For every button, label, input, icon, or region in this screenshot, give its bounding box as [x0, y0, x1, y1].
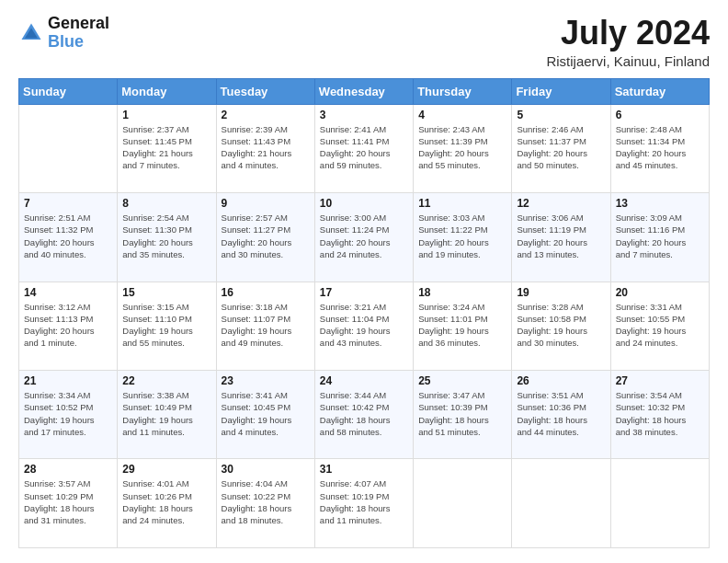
day-info: Sunrise: 3:12 AM Sunset: 11:13 PM Daylig…	[24, 301, 112, 350]
calendar-cell: 4Sunrise: 2:43 AM Sunset: 11:39 PM Dayli…	[414, 104, 512, 192]
calendar-cell: 13Sunrise: 3:09 AM Sunset: 11:16 PM Dayl…	[610, 193, 709, 282]
day-number: 3	[320, 109, 408, 121]
calendar-cell: 23Sunrise: 3:41 AM Sunset: 10:45 PM Dayl…	[216, 371, 314, 459]
day-info: Sunrise: 2:41 AM Sunset: 11:41 PM Daylig…	[320, 123, 408, 172]
calendar-cell: 24Sunrise: 3:44 AM Sunset: 10:42 PM Dayl…	[314, 371, 413, 459]
calendar-cell: 25Sunrise: 3:47 AM Sunset: 10:39 PM Dayl…	[414, 371, 512, 459]
calendar-week-0: 1Sunrise: 2:37 AM Sunset: 11:45 PM Dayli…	[19, 104, 710, 192]
day-info: Sunrise: 3:15 AM Sunset: 11:10 PM Daylig…	[122, 301, 210, 350]
day-number: 7	[24, 197, 112, 210]
calendar-cell: 22Sunrise: 3:38 AM Sunset: 10:49 PM Dayl…	[118, 371, 216, 459]
calendar-cell: 8Sunrise: 2:54 AM Sunset: 11:30 PM Dayli…	[118, 193, 216, 282]
calendar-cell: 17Sunrise: 3:21 AM Sunset: 11:04 PM Dayl…	[314, 282, 413, 370]
calendar-week-3: 21Sunrise: 3:34 AM Sunset: 10:52 PM Dayl…	[19, 371, 710, 459]
day-info: Sunrise: 3:09 AM Sunset: 11:16 PM Daylig…	[616, 212, 704, 260]
day-number: 11	[418, 197, 506, 210]
day-number: 17	[320, 286, 408, 299]
calendar-cell: 9Sunrise: 2:57 AM Sunset: 11:27 PM Dayli…	[216, 193, 314, 282]
header: General Blue July 2024 Ristijaervi, Kain…	[18, 15, 710, 69]
calendar-cell: 14Sunrise: 3:12 AM Sunset: 11:13 PM Dayl…	[19, 282, 118, 370]
day-number: 25	[418, 374, 506, 387]
calendar-cell: 31Sunrise: 4:07 AM Sunset: 10:19 PM Dayl…	[314, 459, 413, 548]
day-info: Sunrise: 3:54 AM Sunset: 10:32 PM Daylig…	[616, 389, 704, 438]
day-info: Sunrise: 3:31 AM Sunset: 10:55 PM Daylig…	[616, 301, 704, 350]
day-number: 10	[320, 197, 408, 210]
title-block: July 2024 Ristijaervi, Kainuu, Finland	[546, 15, 710, 69]
day-number: 18	[418, 286, 506, 299]
day-number: 15	[122, 286, 210, 299]
day-number: 24	[320, 374, 408, 387]
calendar-cell: 27Sunrise: 3:54 AM Sunset: 10:32 PM Dayl…	[610, 371, 709, 459]
calendar-cell: 16Sunrise: 3:18 AM Sunset: 11:07 PM Dayl…	[216, 282, 314, 370]
calendar-table: Sunday Monday Tuesday Wednesday Thursday…	[18, 78, 710, 548]
calendar-cell	[610, 459, 709, 548]
day-info: Sunrise: 3:03 AM Sunset: 11:22 PM Daylig…	[418, 212, 506, 260]
col-thursday: Thursday	[414, 78, 512, 104]
col-saturday: Saturday	[610, 78, 709, 104]
calendar-cell: 12Sunrise: 3:06 AM Sunset: 11:19 PM Dayl…	[512, 193, 610, 282]
day-info: Sunrise: 3:44 AM Sunset: 10:42 PM Daylig…	[320, 389, 408, 438]
calendar-cell: 18Sunrise: 3:24 AM Sunset: 11:01 PM Dayl…	[414, 282, 512, 370]
day-info: Sunrise: 2:39 AM Sunset: 11:43 PM Daylig…	[222, 123, 310, 172]
day-info: Sunrise: 4:01 AM Sunset: 10:26 PM Daylig…	[122, 477, 210, 526]
calendar-cell: 5Sunrise: 2:46 AM Sunset: 11:37 PM Dayli…	[512, 104, 610, 192]
day-info: Sunrise: 3:57 AM Sunset: 10:29 PM Daylig…	[24, 477, 112, 526]
day-info: Sunrise: 2:54 AM Sunset: 11:30 PM Daylig…	[122, 212, 210, 260]
day-info: Sunrise: 2:46 AM Sunset: 11:37 PM Daylig…	[517, 123, 605, 172]
day-info: Sunrise: 3:06 AM Sunset: 11:19 PM Daylig…	[517, 212, 605, 260]
day-number: 27	[616, 374, 704, 387]
day-number: 19	[517, 286, 605, 299]
calendar-cell	[512, 459, 610, 548]
calendar-cell: 2Sunrise: 2:39 AM Sunset: 11:43 PM Dayli…	[216, 104, 314, 192]
day-number: 29	[122, 463, 210, 476]
day-info: Sunrise: 3:47 AM Sunset: 10:39 PM Daylig…	[418, 389, 506, 438]
day-number: 8	[122, 197, 210, 210]
col-wednesday: Wednesday	[314, 78, 413, 104]
calendar-week-1: 7Sunrise: 2:51 AM Sunset: 11:32 PM Dayli…	[19, 193, 710, 282]
main-title: July 2024	[546, 15, 710, 52]
day-number: 5	[517, 109, 605, 121]
calendar-cell: 29Sunrise: 4:01 AM Sunset: 10:26 PM Dayl…	[118, 459, 216, 548]
day-number: 22	[122, 374, 210, 387]
day-info: Sunrise: 2:51 AM Sunset: 11:32 PM Daylig…	[24, 212, 112, 260]
day-number: 23	[222, 374, 310, 387]
day-number: 13	[616, 197, 704, 210]
calendar-cell: 19Sunrise: 3:28 AM Sunset: 10:58 PM Dayl…	[512, 282, 610, 370]
day-number: 14	[24, 286, 112, 299]
day-number: 28	[24, 463, 112, 476]
day-info: Sunrise: 4:04 AM Sunset: 10:22 PM Daylig…	[222, 477, 310, 526]
col-monday: Monday	[118, 78, 216, 104]
day-info: Sunrise: 3:00 AM Sunset: 11:24 PM Daylig…	[320, 212, 408, 260]
day-number: 31	[320, 463, 408, 476]
day-number: 2	[222, 109, 310, 121]
day-info: Sunrise: 2:43 AM Sunset: 11:39 PM Daylig…	[418, 123, 506, 172]
day-info: Sunrise: 3:38 AM Sunset: 10:49 PM Daylig…	[122, 389, 210, 438]
day-info: Sunrise: 3:34 AM Sunset: 10:52 PM Daylig…	[24, 389, 112, 438]
col-friday: Friday	[512, 78, 610, 104]
day-info: Sunrise: 2:37 AM Sunset: 11:45 PM Daylig…	[122, 123, 210, 172]
page: General Blue July 2024 Ristijaervi, Kain…	[0, 0, 728, 563]
calendar-cell: 3Sunrise: 2:41 AM Sunset: 11:41 PM Dayli…	[314, 104, 413, 192]
day-number: 12	[517, 197, 605, 210]
calendar-cell: 10Sunrise: 3:00 AM Sunset: 11:24 PM Dayl…	[314, 193, 413, 282]
logo-text: General Blue	[48, 15, 109, 52]
calendar-header-row: Sunday Monday Tuesday Wednesday Thursday…	[19, 78, 710, 104]
calendar-cell: 20Sunrise: 3:31 AM Sunset: 10:55 PM Dayl…	[610, 282, 709, 370]
calendar-cell: 30Sunrise: 4:04 AM Sunset: 10:22 PM Dayl…	[216, 459, 314, 548]
calendar-cell: 21Sunrise: 3:34 AM Sunset: 10:52 PM Dayl…	[19, 371, 118, 459]
day-info: Sunrise: 3:51 AM Sunset: 10:36 PM Daylig…	[517, 389, 605, 438]
day-number: 30	[222, 463, 310, 476]
day-number: 6	[616, 109, 704, 121]
day-info: Sunrise: 3:41 AM Sunset: 10:45 PM Daylig…	[222, 389, 310, 438]
day-number: 9	[222, 197, 310, 210]
calendar-cell: 6Sunrise: 2:48 AM Sunset: 11:34 PM Dayli…	[610, 104, 709, 192]
calendar-cell: 1Sunrise: 2:37 AM Sunset: 11:45 PM Dayli…	[118, 104, 216, 192]
calendar-cell	[414, 459, 512, 548]
day-info: Sunrise: 2:57 AM Sunset: 11:27 PM Daylig…	[222, 212, 310, 260]
calendar-cell	[19, 104, 118, 192]
day-info: Sunrise: 4:07 AM Sunset: 10:19 PM Daylig…	[320, 477, 408, 526]
col-tuesday: Tuesday	[216, 78, 314, 104]
day-number: 26	[517, 374, 605, 387]
day-number: 1	[122, 109, 210, 121]
day-info: Sunrise: 2:48 AM Sunset: 11:34 PM Daylig…	[616, 123, 704, 172]
